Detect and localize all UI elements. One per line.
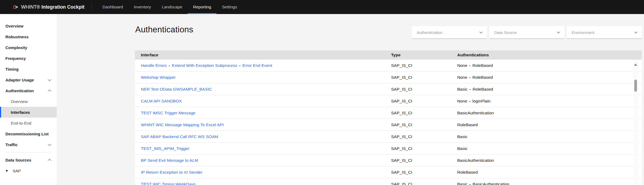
- chevron-down-icon: [634, 30, 637, 33]
- nav-item-settings[interactable]: Settings: [216, 0, 242, 14]
- interface-link[interactable]: CALM API SANDBOX: [141, 99, 182, 103]
- table-row: BP Send Ex4 Message to ALMSAP_IS_CIBasic…: [135, 155, 642, 166]
- nav-divider: [91, 3, 92, 11]
- dash-separator: -: [467, 182, 473, 185]
- sidebar-item-overview[interactable]: Overview: [0, 20, 57, 31]
- sidebar-item-adapter-usage[interactable]: Adapter Usage: [0, 74, 57, 85]
- interface-cell: TEST WIC Timing WeekDays: [135, 182, 391, 185]
- nav-item-landscape[interactable]: Landscape: [156, 0, 188, 14]
- sidebar-item-label: Interfaces: [11, 110, 30, 115]
- sidebar-item-end-to-end[interactable]: End-to-End: [0, 118, 57, 128]
- filter-label: Data Source: [494, 30, 517, 35]
- authentication-value: None: [457, 99, 467, 103]
- nav-item-inventory[interactable]: Inventory: [128, 0, 157, 14]
- authentications-cell: Basic: [457, 134, 642, 139]
- sidebar-item-sap[interactable]: SAP: [0, 165, 57, 176]
- table-row: SAP ABAP Backend Call RFC WS SOAMSAP_IS_…: [135, 131, 642, 143]
- sidebar-item-robustness[interactable]: Robustness: [0, 31, 57, 42]
- dash-separator: -: [467, 75, 472, 80]
- sidebar-item-label: Decommissioning List: [5, 132, 49, 136]
- authentications-cell: Basic-RoleBased: [457, 87, 642, 92]
- authentication-value: BasicAuthentication: [457, 158, 494, 163]
- filter-label: Environment: [572, 30, 594, 35]
- authentication-value: Basic: [457, 146, 467, 151]
- sidebar-item-label: Robustness: [5, 35, 29, 39]
- sidebar-item-complexity[interactable]: Complexity: [0, 42, 57, 53]
- type-cell: SAP_IS_CI: [391, 87, 457, 92]
- sidebar-item-traffic[interactable]: Traffic: [0, 139, 57, 150]
- column-header-authentications: Authentications: [457, 53, 642, 57]
- type-cell: SAP_IS_CI: [391, 158, 457, 163]
- interface-link[interactable]: Handle Errors: [141, 63, 167, 68]
- nav-item-dashboard[interactable]: Dashboard: [97, 0, 128, 14]
- type-cell: SAP_IS_CI: [391, 63, 457, 68]
- table-header-row: InterfaceTypeAuthentications: [135, 50, 642, 60]
- scrollbar-thumb[interactable]: [634, 80, 637, 92]
- type-cell: SAP_IS_CI: [391, 75, 457, 80]
- chevron-down-icon: [48, 142, 51, 146]
- filter-dropdown-authentication[interactable]: Authentication: [412, 26, 487, 39]
- sidebar-item-data-sources[interactable]: Data Sources: [0, 155, 57, 165]
- type-cell: SAP_IS_CI: [391, 134, 457, 139]
- interface-link[interactable]: Error End Event: [242, 63, 272, 68]
- page-title: Authentications: [135, 25, 193, 35]
- authentication-value: loginPlain: [472, 99, 490, 103]
- authentications-cell: BasicAuthentication: [457, 111, 642, 115]
- interface-link[interactable]: TEST WIC Timing WeekDays: [141, 182, 196, 185]
- chevron-up-icon: [48, 159, 51, 162]
- interface-cell: TEST_IMS_APIM_Trigger: [135, 146, 391, 151]
- interface-link[interactable]: Extend With Exception Subprocess: [172, 63, 237, 68]
- sidebar-item-overview[interactable]: Overview: [0, 96, 57, 107]
- authentications-cell: RoleBased: [457, 122, 642, 127]
- table-scrollbar[interactable]: [633, 60, 638, 185]
- scroll-up-arrow-icon[interactable]: [634, 63, 637, 66]
- nav-item-reporting[interactable]: Reporting: [188, 0, 216, 14]
- interface-link[interactable]: NER Test OData GWSAMPLE_BASIC: [141, 87, 212, 91]
- interface-link[interactable]: SAP ABAP Backend Call RFC WS SOAM: [141, 134, 218, 139]
- sidebar-item-decommissioning-list[interactable]: Decommissioning List: [0, 128, 57, 139]
- authentication-value: BasicAuthentication: [473, 182, 509, 185]
- authentication-value: RoleBased: [472, 63, 493, 68]
- sidebar-item-label: Overview: [5, 24, 23, 28]
- table-row: Webshop WrapperSAP_IS_CINone-RoleBased: [135, 71, 642, 83]
- chevron-down-icon: [479, 30, 482, 33]
- interface-link[interactable]: WHINT WIC Message Mapping To Excel API: [141, 122, 224, 127]
- interface-link[interactable]: BP Send Ex4 Message to ALM: [141, 158, 198, 163]
- authentications-cell: Basic-BasicAuthentication: [457, 182, 642, 185]
- dash-separator: -: [467, 99, 472, 103]
- table-row: TEST IMSC Trigger MessageSAP_IS_CIBasicA…: [135, 107, 642, 119]
- interface-cell: CALM API SANDBOX: [135, 99, 391, 104]
- authentications-cell: None-loginPlain: [457, 99, 642, 104]
- sidebar-item-authentication[interactable]: Authentication: [0, 85, 57, 96]
- sidebar-item-label: SAP: [13, 169, 21, 173]
- interface-link[interactable]: IP Return Exception to XI Sender: [141, 170, 202, 174]
- interface-cell: Handle Errors-Extend With Exception Subp…: [135, 63, 391, 68]
- sidebar-item-frequency[interactable]: Frequency: [0, 53, 57, 64]
- table-row: NER Test OData GWSAMPLE_BASICSAP_IS_CIBa…: [135, 83, 642, 95]
- table-row: TEST_IMS_APIM_TriggerSAP_IS_CIBasic: [135, 143, 642, 155]
- top-nav: /> WHINT® Integration Cockpit DashboardI…: [0, 0, 644, 14]
- dash-separator: -: [467, 87, 473, 91]
- interface-link[interactable]: TEST_IMS_APIM_Trigger: [141, 146, 189, 151]
- dash-separator: -: [167, 63, 172, 68]
- sidebar-item-label: Data Sources: [5, 158, 31, 162]
- filter-dropdown-data-source[interactable]: Data Source: [489, 26, 564, 39]
- interface-link[interactable]: Webshop Wrapper: [141, 75, 176, 80]
- interface-cell: TEST IMSC Trigger Message: [135, 111, 391, 115]
- authentications-cell: None-RoleBased: [457, 75, 642, 80]
- type-cell: SAP_IS_CI: [391, 182, 457, 185]
- sidebar-item-label: Authentication: [5, 88, 34, 93]
- interface-cell: BP Send Ex4 Message to ALM: [135, 158, 391, 163]
- content: Authentications AuthenticationData Sourc…: [135, 14, 642, 185]
- brand[interactable]: /> WHINT® Integration Cockpit: [0, 0, 91, 14]
- filter-dropdown-environment[interactable]: Environment: [567, 26, 642, 39]
- interface-link[interactable]: TEST IMSC Trigger Message: [141, 111, 195, 115]
- chevron-down-icon: [557, 30, 560, 33]
- sidebar-item-label: Adapter Usage: [5, 78, 34, 82]
- column-header-interface: Interface: [135, 53, 391, 57]
- sidebar-item-timing[interactable]: Timing: [0, 64, 57, 74]
- caret-right-icon: [6, 170, 8, 172]
- sidebar-item-interfaces[interactable]: Interfaces: [0, 107, 57, 118]
- authentications-cell: None-RoleBased: [457, 63, 642, 68]
- brand-logo-icon: />: [13, 4, 18, 10]
